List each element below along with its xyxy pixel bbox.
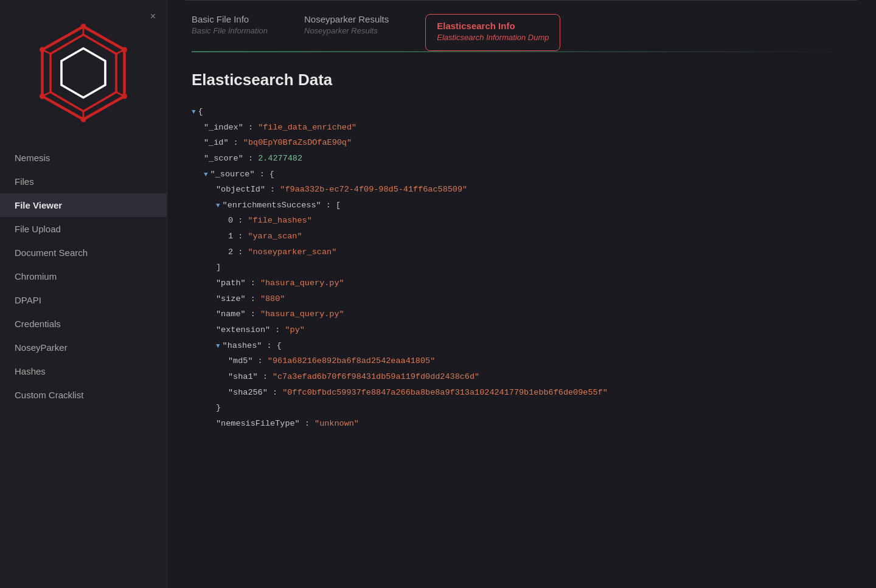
sidebar: × Nemesis Files File Viewe (0, 0, 167, 588)
sidebar-navigation: Nemesis Files File Viewer File Upload Do… (0, 140, 167, 588)
svg-marker-0 (43, 27, 125, 120)
sidebar-item-file-viewer[interactable]: File Viewer (0, 193, 167, 217)
collapse-root[interactable] (192, 106, 196, 119)
sidebar-item-dpapi[interactable]: DPAPI (0, 288, 167, 312)
app-logo (29, 18, 138, 128)
tab-noseyparker-title: Noseyparker Results (304, 14, 389, 24)
json-viewer: { "_index" : "file_data_enriched" "_id" … (192, 104, 852, 431)
tab-basic-file-info[interactable]: Basic File Info Basic File Information (192, 14, 268, 45)
tab-elasticsearch-title: Elasticsearch Info (437, 21, 549, 31)
sidebar-item-nemesis[interactable]: Nemesis (0, 146, 167, 170)
tab-noseyparker-results[interactable]: Noseyparker Results Noseyparker Results (304, 14, 389, 45)
sidebar-item-hashes[interactable]: Hashes (0, 359, 167, 383)
sidebar-item-noseyparker[interactable]: NoseyParker (0, 336, 167, 359)
tab-noseyparker-subtitle: Noseyparker Results (304, 26, 389, 35)
tab-elasticsearch-info[interactable]: Elasticsearch Info Elasticsearch Informa… (425, 14, 560, 51)
sidebar-item-file-upload[interactable]: File Upload (0, 217, 167, 241)
tab-bar: Basic File Info Basic File Information N… (167, 1, 876, 45)
sidebar-logo-area: × (0, 0, 167, 140)
sidebar-item-document-search[interactable]: Document Search (0, 241, 167, 265)
sidebar-item-custom-cracklist[interactable]: Custom Cracklist (0, 383, 167, 407)
tab-basic-file-info-subtitle: Basic File Information (192, 26, 268, 35)
sidebar-item-files[interactable]: Files (0, 170, 167, 193)
tab-elasticsearch-subtitle: Elasticsearch Information Dump (437, 33, 549, 42)
section-title: Elasticsearch Data (192, 71, 852, 89)
close-button[interactable]: × (150, 11, 156, 22)
tab-basic-file-info-title: Basic File Info (192, 14, 268, 24)
sidebar-item-chromium[interactable]: Chromium (0, 265, 167, 288)
sidebar-item-credentials[interactable]: Credentials (0, 312, 167, 336)
collapse-source[interactable] (204, 168, 208, 181)
collapse-enrichments[interactable] (216, 199, 220, 212)
svg-marker-2 (61, 49, 105, 98)
content-area: Elasticsearch Data { "_index" : "file_da… (167, 52, 876, 588)
collapse-hashes[interactable] (216, 340, 220, 353)
main-content: Basic File Info Basic File Information N… (167, 0, 876, 588)
